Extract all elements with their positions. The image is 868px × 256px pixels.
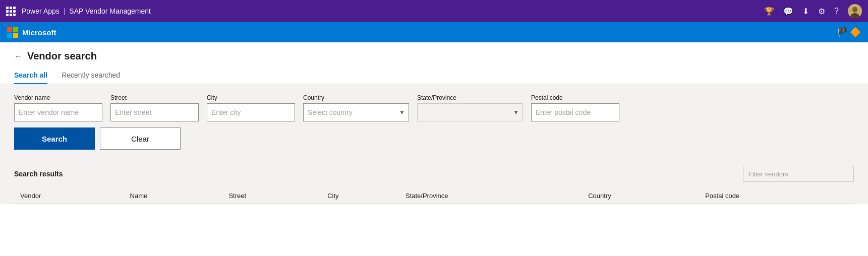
country-label: Country	[303, 94, 409, 101]
col-state: State/Province	[399, 188, 582, 204]
col-street: Street	[222, 188, 321, 204]
city-group: City	[207, 94, 295, 121]
clear-button[interactable]: Clear	[100, 127, 181, 150]
page-header: ← Vendor search	[0, 42, 868, 62]
postal-code-label: Postal code	[531, 94, 619, 101]
col-postal: Postal code	[699, 188, 854, 204]
col-name: Name	[124, 188, 223, 204]
street-group: Street	[110, 94, 199, 121]
svg-point-1	[852, 7, 857, 13]
col-city: City	[321, 188, 399, 204]
country-group: Country Select country ▼	[303, 94, 409, 121]
search-button[interactable]: Search	[14, 127, 95, 150]
search-form: Vendor name Street City Country Select c…	[0, 84, 868, 121]
state-label: State/Province	[417, 94, 523, 101]
results-header: Search results	[14, 166, 854, 182]
microsoft-text: Microsoft	[22, 28, 56, 37]
buttons-row: Search Clear	[0, 121, 868, 158]
vendor-name-group: Vendor name	[14, 94, 102, 121]
table-header-row: Vendor Name Street City State/Province C…	[14, 188, 854, 204]
badge-icon[interactable]: 🏆	[764, 7, 774, 16]
country-select-wrapper: Select country ▼	[303, 103, 409, 121]
main-content: ← Vendor search Search all Recently sear…	[0, 42, 868, 256]
flag-yellow-icon: 🏴	[837, 27, 848, 38]
app-title-label: SAP Vendor Management	[69, 7, 151, 15]
city-input[interactable]	[207, 103, 295, 121]
state-select-wrapper: ▼	[417, 103, 523, 121]
col-vendor: Vendor	[14, 188, 124, 204]
tab-recently-searched[interactable]: Recently searched	[62, 67, 120, 84]
back-button[interactable]: ←	[14, 52, 22, 61]
settings-icon[interactable]: ⚙	[818, 7, 825, 16]
chat-icon[interactable]: 💬	[783, 7, 793, 16]
state-group: State/Province ▼	[417, 94, 523, 121]
street-input[interactable]	[110, 103, 199, 121]
vendor-name-input[interactable]	[14, 103, 102, 121]
filter-vendors-input[interactable]	[743, 166, 854, 182]
city-label: City	[207, 94, 295, 101]
flag-orange-icon: 🔶	[850, 27, 861, 38]
tabs: Search all Recently searched	[0, 67, 868, 84]
top-nav-bar: Power Apps | SAP Vendor Management 🏆 💬 ⬇…	[0, 0, 868, 22]
tab-search-all[interactable]: Search all	[14, 67, 47, 84]
microsoft-bar: Microsoft 🏴 🔶	[0, 22, 868, 42]
page-title: Vendor search	[27, 50, 97, 62]
form-row: Vendor name Street City Country Select c…	[14, 94, 854, 121]
download-icon[interactable]: ⬇	[802, 7, 809, 16]
results-title: Search results	[14, 170, 63, 178]
results-table: Vendor Name Street City State/Province C…	[14, 188, 854, 204]
logo-sq-green	[13, 27, 18, 32]
power-apps-label: Power Apps	[22, 7, 60, 15]
ms-logo-squares	[7, 27, 18, 38]
street-label: Street	[110, 94, 199, 101]
vendor-name-label: Vendor name	[14, 94, 102, 101]
ms-logo: Microsoft	[7, 27, 56, 38]
title-separator: |	[64, 7, 66, 15]
col-country: Country	[582, 188, 699, 204]
country-select[interactable]: Select country	[303, 103, 409, 121]
table-header: Vendor Name Street City State/Province C…	[14, 188, 854, 204]
results-section: Search results Vendor Name Street City S…	[0, 158, 868, 204]
logo-sq-blue	[7, 33, 12, 38]
logo-sq-yellow	[13, 33, 18, 38]
postal-code-input[interactable]	[531, 103, 619, 121]
avatar[interactable]	[848, 4, 862, 18]
nav-title: Power Apps | SAP Vendor Management	[22, 7, 151, 15]
postal-code-group: Postal code	[531, 94, 619, 121]
help-icon[interactable]: ?	[834, 7, 839, 16]
state-select[interactable]	[417, 103, 523, 121]
app-grid-icon[interactable]	[6, 7, 16, 16]
top-nav-icons: 🏆 💬 ⬇ ⚙ ?	[764, 4, 862, 18]
logo-sq-red	[7, 27, 12, 32]
ms-bar-right: 🏴 🔶	[837, 27, 861, 38]
